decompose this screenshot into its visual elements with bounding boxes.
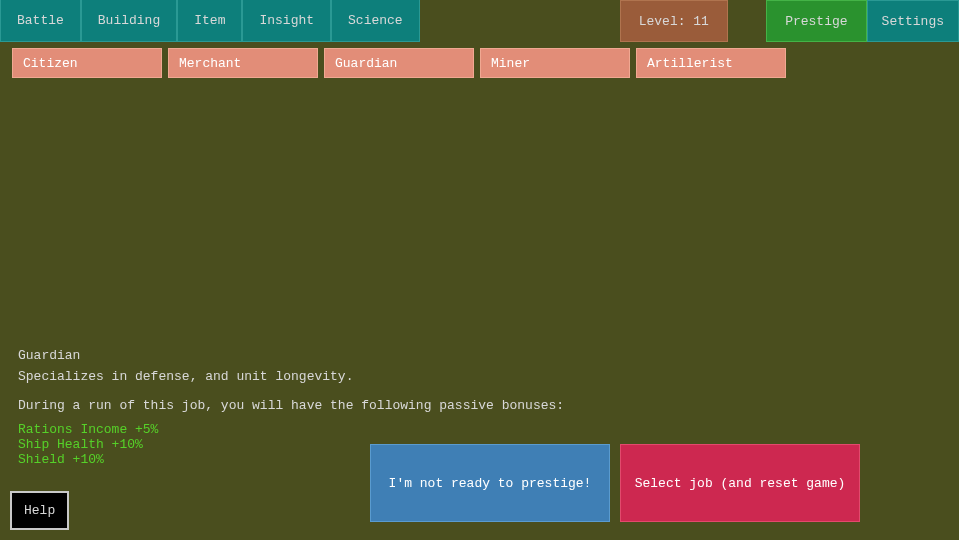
job-list: Citizen Merchant Guardian Miner Artiller… [0, 42, 959, 78]
select-job-button[interactable]: Select job (and reset game) [620, 444, 860, 522]
job-artillerist[interactable]: Artillerist [636, 48, 786, 78]
tab-building[interactable]: Building [81, 0, 177, 42]
level-indicator: Level: 11 [620, 0, 728, 42]
job-merchant[interactable]: Merchant [168, 48, 318, 78]
job-guardian[interactable]: Guardian [324, 48, 474, 78]
detail-title: Guardian [18, 348, 618, 363]
cancel-prestige-button[interactable]: I'm not ready to prestige! [370, 444, 610, 522]
tab-science[interactable]: Science [331, 0, 420, 42]
tab-item[interactable]: Item [177, 0, 242, 42]
tab-battle[interactable]: Battle [0, 0, 81, 42]
job-miner[interactable]: Miner [480, 48, 630, 78]
detail-intro: During a run of this job, you will have … [18, 398, 618, 413]
detail-description: Specializes in defense, and unit longevi… [18, 369, 618, 384]
bonus-item: Rations Income +5% [18, 423, 618, 438]
help-button[interactable]: Help [10, 491, 69, 530]
tab-prestige[interactable]: Prestige [766, 0, 866, 42]
top-nav: Battle Building Item Insight Science Lev… [0, 0, 959, 42]
tab-settings[interactable]: Settings [867, 0, 959, 42]
tab-insight[interactable]: Insight [242, 0, 331, 42]
job-citizen[interactable]: Citizen [12, 48, 162, 78]
action-buttons: I'm not ready to prestige! Select job (a… [370, 444, 860, 522]
